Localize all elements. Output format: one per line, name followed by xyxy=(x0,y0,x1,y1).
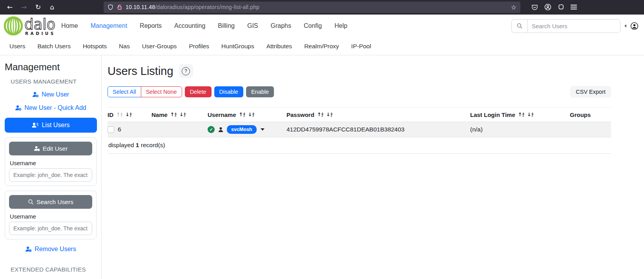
column-header-groups: Groups xyxy=(570,111,611,118)
subnav-batch-users[interactable]: Batch Users xyxy=(37,43,70,50)
nav-billing[interactable]: Billing xyxy=(218,22,235,29)
user-plus-icon xyxy=(32,91,39,98)
lock-insecure-icon[interactable] xyxy=(117,4,122,10)
subnav-hotspots[interactable]: Hotspots xyxy=(83,43,107,50)
edit-user-label: Edit User xyxy=(43,145,68,152)
operator-account-icon[interactable] xyxy=(630,22,639,30)
sort-desc-icon[interactable]: ↓AZ xyxy=(125,112,131,117)
logo-text: dalo xyxy=(24,16,55,33)
reload-icon[interactable]: ↻ xyxy=(32,2,44,13)
bookmark-star-icon[interactable]: ☆ xyxy=(511,4,516,11)
help-icon: ? xyxy=(182,67,190,75)
url-text[interactable]: 10.10.11.48/daloradius/app/operators/mng… xyxy=(126,4,508,10)
collapse-caret-icon[interactable] xyxy=(624,24,626,27)
nav-management[interactable]: Management xyxy=(91,22,127,29)
account-icon[interactable] xyxy=(544,4,551,11)
search-icon[interactable] xyxy=(512,20,528,33)
users-table: ID ↑AZ ↓AZ Name ↑AZ ↓AZ Username ↑AZ ↓AZ… xyxy=(108,107,611,154)
subnav-huntgroups[interactable]: HuntGroups xyxy=(221,43,254,50)
select-all-button[interactable]: Select All xyxy=(108,86,141,97)
toolbar: Select All Select None Delete Disable En… xyxy=(108,86,611,98)
enable-button[interactable]: Enable xyxy=(246,86,274,97)
sidebar-item-list-users[interactable]: List Users xyxy=(5,118,97,133)
edit-user-button[interactable]: Edit User xyxy=(9,142,92,155)
url-host: 10.10.11.48 xyxy=(126,4,155,10)
delete-button[interactable]: Delete xyxy=(185,86,212,97)
search-users-input[interactable] xyxy=(528,20,620,33)
search-users-button[interactable]: Search Users xyxy=(9,195,92,209)
sort-asc-icon[interactable]: ↑AZ xyxy=(317,112,323,117)
sidebar-item-remove-users[interactable]: Remove Users xyxy=(0,246,101,253)
user-edit-icon xyxy=(34,146,40,151)
back-icon[interactable]: ← xyxy=(4,2,16,13)
user-search xyxy=(511,19,620,33)
main-content: Users Listing ? Select All Select None D… xyxy=(102,55,644,279)
app-header: dalo RADIUS Home Management Reports Acco… xyxy=(0,15,644,37)
logo-globe-icon xyxy=(3,16,24,36)
sort-desc-icon[interactable]: ↓AZ xyxy=(179,112,186,117)
daloradius-logo[interactable]: dalo RADIUS xyxy=(3,16,57,36)
record-count: 1 xyxy=(136,142,139,148)
table-row: 6 ✓ svcMosh 412DD4759978ACFCC81DEAB01B38… xyxy=(108,122,611,137)
disable-button[interactable]: Disable xyxy=(214,86,243,97)
url-bar[interactable]: 10.10.11.48/daloradius/app/operators/mng… xyxy=(104,2,520,13)
nav-config[interactable]: Config xyxy=(304,22,322,29)
sort-desc-icon[interactable]: ↓AZ xyxy=(326,112,332,117)
subnav-realm-proxy[interactable]: Realm/Proxy xyxy=(304,43,339,50)
pocket-icon[interactable] xyxy=(531,4,538,11)
password-cell: 412DD4759978ACFCC81DEAB01B382403 xyxy=(286,126,470,133)
user-icon xyxy=(218,127,224,133)
sidebar-item-label: New User - Quick Add xyxy=(24,104,86,111)
sidebar-item-label: List Users xyxy=(42,122,69,129)
sidebar: Management USERS MANAGEMENT New User xyxy=(0,55,102,279)
nav-gis[interactable]: GIS xyxy=(247,22,258,29)
sort-asc-icon[interactable]: ↑AZ xyxy=(170,112,177,117)
sort-desc-icon[interactable]: ↓AZ xyxy=(527,112,533,117)
search-username-input[interactable] xyxy=(9,222,92,235)
shield-icon[interactable] xyxy=(108,4,113,10)
subnav-users[interactable]: Users xyxy=(9,43,25,50)
column-header-id: ID ↑AZ ↓AZ xyxy=(108,111,151,118)
nav-home[interactable]: Home xyxy=(61,22,78,29)
sort-desc-icon[interactable]: ↓AZ xyxy=(248,112,254,117)
management-subnav: Users Batch Users Hotspots Nas User-Grou… xyxy=(0,37,644,55)
logo-wordmark: dalo RADIUS xyxy=(24,16,57,36)
help-button[interactable]: ? xyxy=(179,64,193,78)
id-cell: 6 xyxy=(108,126,151,133)
svg-text:RADIUS: RADIUS xyxy=(25,31,56,36)
row-checkbox[interactable] xyxy=(108,126,114,133)
subnav-nas[interactable]: Nas xyxy=(119,43,130,50)
user-minus-icon xyxy=(25,246,32,252)
nav-reports[interactable]: Reports xyxy=(140,22,162,29)
username-label: Username xyxy=(10,213,91,220)
subnav-user-groups[interactable]: User-Groups xyxy=(142,43,177,50)
select-none-button[interactable]: Select None xyxy=(141,86,182,97)
edit-user-panel: Edit User Username xyxy=(5,137,97,186)
home-icon[interactable]: ⌂ xyxy=(46,2,58,13)
subnav-ip-pool[interactable]: IP-Pool xyxy=(351,43,371,50)
search-users-label: Search Users xyxy=(36,199,73,206)
username-label: Username xyxy=(10,160,91,166)
edit-username-input[interactable] xyxy=(9,168,92,182)
sort-asc-icon[interactable]: ↑AZ xyxy=(518,112,524,117)
subnav-attributes[interactable]: Attributes xyxy=(266,43,292,50)
menu-icon[interactable] xyxy=(571,7,577,7)
sidebar-item-new-user[interactable]: New User xyxy=(0,91,101,98)
column-header-password: Password ↑AZ ↓AZ xyxy=(286,111,470,118)
username-badge[interactable]: svcMosh xyxy=(227,125,257,134)
header-right xyxy=(511,19,639,33)
sidebar-title: Management xyxy=(5,62,101,73)
chevron-down-icon[interactable] xyxy=(261,128,265,131)
csv-export-button[interactable]: CSV Export xyxy=(570,86,611,98)
forward-icon[interactable]: → xyxy=(18,2,30,13)
sort-asc-icon[interactable]: ↑AZ xyxy=(116,112,122,117)
user-id: 6 xyxy=(118,126,121,133)
sidebar-item-new-user-quick-add[interactable]: New User - Quick Add xyxy=(0,104,101,111)
extensions-puzzle-icon[interactable] xyxy=(558,4,564,11)
sort-asc-icon[interactable]: ↑AZ xyxy=(239,112,245,117)
nav-graphs[interactable]: Graphs xyxy=(271,22,291,29)
username-cell: ✓ svcMosh xyxy=(208,125,286,134)
subnav-profiles[interactable]: Profiles xyxy=(189,43,209,50)
nav-help[interactable]: Help xyxy=(334,22,347,29)
nav-accounting[interactable]: Accounting xyxy=(174,22,205,29)
